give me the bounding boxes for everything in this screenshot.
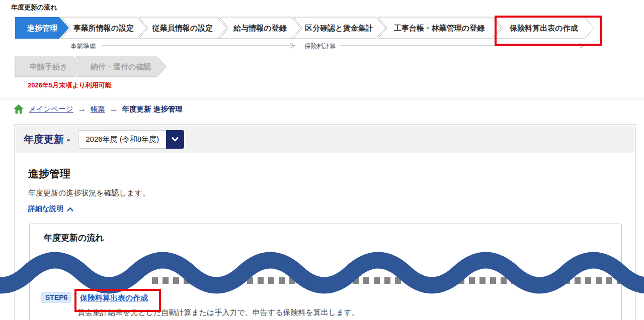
year-bar-title: 年度更新 -: [24, 133, 70, 146]
step-label: 納付・還付の確認: [90, 62, 151, 71]
details-toggle[interactable]: 詳細な説明: [28, 204, 73, 214]
breadcrumb-current: 年度更新 進捗管理: [122, 104, 183, 114]
phase-label-preparation: 事前準備: [70, 43, 96, 50]
main-card: 年度更新 - 2026年度 (令和8年度) 進捗管理 年度更新の進捗状況を確認し…: [14, 124, 636, 320]
chevron-down-icon[interactable]: [166, 130, 184, 149]
phase-label-premium-calc: 保険料計算: [304, 43, 336, 50]
year-select-value[interactable]: 2026年度 (令和8年度): [78, 130, 166, 149]
home-icon[interactable]: [13, 103, 24, 115]
breadcrumb-arrow-icon: →: [78, 104, 86, 114]
step-label[interactable]: 事業所情報の設定: [73, 24, 134, 32]
step6-premium-table-link[interactable]: 保険料算出表の作成: [80, 293, 148, 303]
step-label[interactable]: 工事台帳・林業管理の登録: [394, 24, 485, 32]
breadcrumb-link-forms[interactable]: 帳票: [91, 104, 105, 114]
future-step-bar: 申請手続き 納付・還付の確認: [0, 56, 644, 78]
breadcrumb-arrow-icon: →: [110, 104, 118, 114]
obscured-text-strip: [152, 277, 640, 284]
breadcrumb: メインページ → 帳票 → 年度更新 進捗管理: [13, 103, 183, 115]
chevron-up-icon: [67, 207, 73, 211]
step-label[interactable]: 給与情報の登録: [233, 24, 287, 32]
section-divider: [0, 98, 644, 99]
step-label: 申請手続き: [30, 62, 67, 71]
detail-box: 年度更新の流れ 準備 STEP6 保険料算出表の作成 賃金集計結果を元とした自動…: [29, 224, 622, 320]
page-title: 進捗管理: [28, 167, 70, 181]
page-description: 年度更新の進捗状況を確認します。: [28, 188, 150, 198]
annual-update-progress-page: 年度更新の流れ 進捗管理 事業所情報の設定 従業員情報の設定 給与情報の登録 区…: [0, 0, 644, 320]
obscured-label-fragment: 準備: [65, 263, 80, 273]
step6-badge: STEP6: [41, 292, 71, 303]
flow-title: 年度更新の流れ: [11, 3, 57, 12]
detail-box-heading: 年度更新の流れ: [44, 232, 104, 244]
details-toggle-label[interactable]: 詳細な説明: [28, 204, 63, 214]
highlight-box-premium-step: [495, 16, 602, 46]
step-label[interactable]: 区分確認と賃金集計: [305, 24, 373, 32]
year-header-bar: 年度更新 - 2026年度 (令和8年度): [16, 126, 634, 153]
breadcrumb-link-main[interactable]: メインページ: [29, 104, 73, 114]
phase-arrow-preparation: [102, 43, 295, 48]
step-label[interactable]: 従業員情報の設定: [152, 24, 213, 32]
year-select[interactable]: 2026年度 (令和8年度): [78, 130, 184, 149]
availability-note: 2026年5月末頃より利用可能: [28, 81, 112, 90]
step-label[interactable]: 進捗管理: [27, 24, 58, 32]
